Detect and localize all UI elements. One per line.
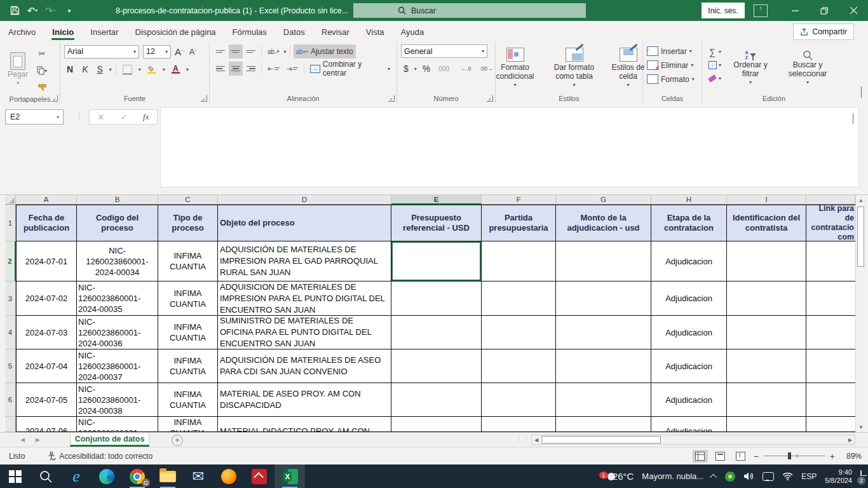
underline-button[interactable]: S — [94, 62, 105, 76]
excel-button[interactable]: X — [275, 464, 305, 488]
cell-d3[interactable]: ADQUISICION DE MATERIALES DE IMPRESION P… — [218, 281, 391, 316]
clipboard-dialog-launcher[interactable] — [51, 95, 58, 102]
font-size-combo[interactable]: 12▾ — [143, 45, 171, 58]
clear-icon[interactable]: ▾ — [706, 72, 721, 85]
cell-c2[interactable]: INFIMA CUANTIA — [158, 241, 218, 281]
wifi-icon[interactable] — [782, 472, 793, 480]
increase-decimal-icon[interactable]: ←.0 — [458, 62, 474, 76]
cell-e2-selected[interactable] — [391, 241, 482, 281]
cell-g2[interactable] — [556, 241, 651, 281]
percent-format-icon[interactable]: % — [420, 62, 433, 76]
autosum-icon[interactable]: ∑▾ — [706, 46, 721, 58]
scroll-right-icon[interactable]: ▶ — [846, 435, 855, 444]
column-header-e[interactable]: E — [391, 195, 482, 205]
internet-explorer-button[interactable]: e — [61, 464, 92, 488]
row-header-6[interactable]: 6 — [5, 383, 16, 417]
format-painter-icon[interactable] — [34, 81, 50, 95]
wrap-text-button[interactable]: ab↩ Ajustar texto — [294, 44, 356, 58]
tab-scroll-splitter[interactable]: ⋮⋮ — [516, 435, 530, 442]
file-explorer-button[interactable] — [153, 464, 183, 488]
column-header-a[interactable]: A — [16, 195, 77, 205]
tab-revisar[interactable]: Revisar — [313, 22, 358, 41]
cut-icon[interactable]: ✂ — [34, 46, 50, 60]
cell-b7[interactable]: NIC-1260023860001- — [77, 417, 158, 432]
cell-g4[interactable] — [556, 316, 651, 349]
tab-vista[interactable]: Vista — [358, 22, 393, 41]
page-break-view-icon[interactable] — [733, 450, 749, 463]
currency-format-icon[interactable]: $ — [401, 62, 411, 76]
titlebar-search-box[interactable]: Buscar — [353, 3, 586, 18]
column-header-g[interactable]: G — [556, 195, 651, 205]
zoom-out-icon[interactable]: − — [754, 451, 759, 461]
row-header-2[interactable]: 2 — [5, 241, 16, 281]
horizontal-scrollbar[interactable]: ◀ ▶ — [531, 435, 855, 445]
cell-b6[interactable]: NIC-1260023860001-2024-00038 — [77, 383, 158, 417]
row-header-3[interactable]: 3 — [5, 281, 16, 316]
cell-a6[interactable]: 2024-07-05 — [16, 383, 77, 417]
delete-cells-button[interactable]: Eliminar▾ — [647, 59, 698, 71]
borders-icon[interactable] — [120, 62, 135, 76]
cell-f3[interactable] — [482, 281, 556, 316]
cell-c5[interactable]: INFIMA CUANTIA — [158, 349, 218, 383]
cancel-icon[interactable]: ✕ — [97, 112, 104, 122]
merge-center-button[interactable]: ↔ Combinar y centrar ▾ — [308, 62, 393, 76]
copy-icon[interactable]: ▾ — [34, 64, 50, 78]
tab-archivo[interactable]: Archivo — [0, 22, 44, 41]
cell-i6[interactable] — [727, 383, 806, 417]
cell-e5[interactable] — [391, 349, 482, 383]
cell-d5[interactable]: ADQUISICIÓN DE MATERIALES DE ASEO PARA C… — [218, 349, 391, 383]
touch-keyboard-icon[interactable] — [763, 472, 774, 481]
sort-filter-button[interactable]: AZ Ordenar y filtrar ▾ — [726, 44, 775, 93]
formula-bar-splitter[interactable]: ⋮ — [75, 111, 83, 121]
cell-c6[interactable]: INFIMA CUANTIA — [158, 383, 218, 417]
cell-f6[interactable] — [482, 383, 556, 417]
header-cell-j1[interactable]: Link para de contratacio com — [806, 205, 855, 241]
save-icon[interactable] — [6, 3, 23, 19]
row-header-1[interactable]: 1 — [5, 205, 16, 241]
cell-a2[interactable]: 2024-07-01 — [16, 241, 77, 281]
tab-datos[interactable]: Datos — [275, 22, 313, 41]
cell-f4[interactable] — [482, 316, 556, 349]
column-header-h[interactable]: H — [651, 195, 727, 205]
fill-icon[interactable]: ↓▾ — [706, 59, 721, 71]
format-as-table-button[interactable]: Dar formato como tabla ▾ — [545, 44, 604, 93]
next-sheet-icon[interactable]: ▶ — [36, 437, 40, 443]
column-header-i[interactable]: I — [727, 195, 806, 205]
tab-disposicion[interactable]: Disposición de página — [126, 22, 224, 41]
zoom-slider[interactable] — [764, 456, 825, 456]
align-left-icon[interactable] — [214, 62, 227, 76]
cell-a7[interactable]: 2024-07-06 — [16, 417, 77, 432]
cell-h4[interactable]: Adjudicacion — [651, 316, 727, 349]
cell-j5[interactable] — [806, 349, 855, 383]
cell-d6[interactable]: MATERIAL DE ASEO PROY. AM CON DISCAPACID… — [218, 383, 391, 417]
increase-font-icon[interactable]: Aˆ — [172, 44, 186, 58]
edge-button[interactable] — [92, 464, 122, 488]
decrease-indent-icon[interactable]: ⇤ — [265, 62, 282, 76]
find-select-button[interactable]: Buscar y seleccionar ▾ — [780, 44, 836, 93]
notification-center-icon[interactable]: 2 — [860, 471, 862, 482]
cell-j7[interactable] — [806, 417, 855, 432]
cell-h5[interactable]: Adjudicacion — [651, 349, 727, 383]
cell-g3[interactable] — [556, 281, 651, 316]
cell-i5[interactable] — [727, 349, 806, 383]
weather-condition[interactable]: Mayorm. nubla... — [642, 471, 703, 481]
header-cell-i1[interactable]: Identificacion del contratista — [727, 205, 806, 241]
zoom-level[interactable]: 89% — [840, 452, 862, 461]
align-right-icon[interactable] — [244, 62, 258, 76]
column-header-b[interactable]: B — [77, 195, 158, 205]
cell-c3[interactable]: INFIMA CUANTIA — [158, 281, 218, 316]
cell-a4[interactable]: 2024-07-03 — [16, 316, 77, 349]
language-indicator[interactable]: ESP — [801, 472, 817, 481]
mail-button[interactable]: ✉ — [183, 464, 214, 488]
cell-i4[interactable] — [727, 316, 806, 349]
cell-f7[interactable] — [482, 417, 556, 432]
acrobat-button[interactable] — [244, 464, 275, 488]
scroll-left-icon[interactable]: ◀ — [532, 435, 541, 444]
cell-d2[interactable]: ADQUISICIÓN DE MATERIALES DE IMPRESION P… — [218, 241, 391, 281]
number-dialog-launcher[interactable] — [487, 95, 493, 102]
cell-i2[interactable] — [727, 241, 806, 281]
increase-indent-icon[interactable]: ⇥ — [283, 62, 301, 76]
clock[interactable]: 9:405/8/2024 — [825, 468, 852, 485]
font-name-combo[interactable]: Arial▾ — [64, 45, 139, 58]
volume-icon[interactable] — [743, 471, 754, 481]
